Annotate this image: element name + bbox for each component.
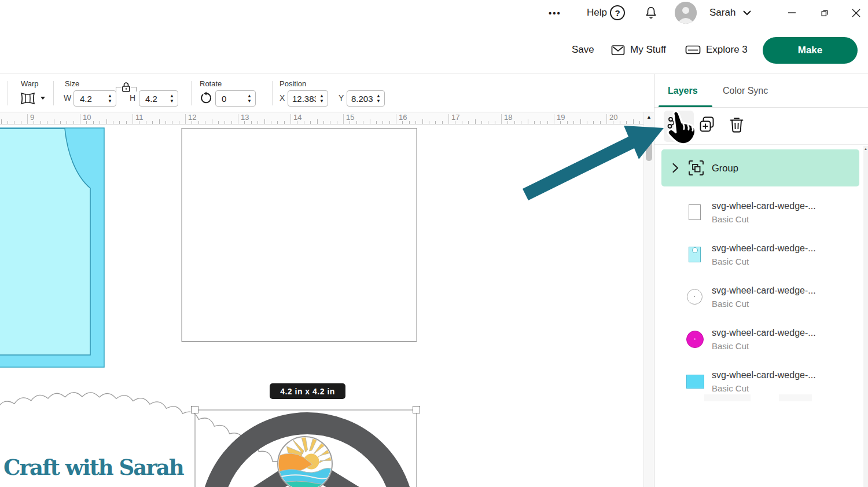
canvas-scrollbar[interactable]: ▲ bbox=[643, 112, 654, 487]
delete-button[interactable] bbox=[729, 116, 746, 133]
scroll-up-icon[interactable]: ▲ bbox=[644, 114, 654, 120]
layer-title: svg-wheel-card-wedge-... bbox=[712, 368, 816, 382]
save-label: Save bbox=[572, 44, 594, 56]
white-square-shape[interactable] bbox=[182, 129, 417, 342]
warp-icon bbox=[20, 91, 47, 106]
make-button[interactable]: Make bbox=[763, 37, 858, 64]
selection-handle-top-right[interactable] bbox=[413, 406, 420, 413]
duplicate-button[interactable] bbox=[698, 116, 716, 133]
warp-button[interactable] bbox=[20, 91, 47, 108]
divider bbox=[53, 81, 54, 105]
envelope-icon bbox=[611, 43, 625, 56]
wheel-card-design[interactable] bbox=[211, 423, 404, 487]
edit-toolbar: Warp Size W ▲▼ H ▲▼ Rotate ▲▼ Po bbox=[0, 74, 654, 112]
layer-tools-row bbox=[654, 108, 868, 145]
rotate-button[interactable] bbox=[199, 91, 213, 108]
rotate-stepper[interactable]: ▲▼ bbox=[247, 93, 252, 104]
minimize-icon bbox=[788, 9, 796, 17]
trash-icon bbox=[729, 116, 745, 133]
position-y-stepper[interactable]: ▲▼ bbox=[376, 93, 381, 104]
chevron-down-icon[interactable] bbox=[742, 0, 752, 25]
craft-with-sarah-watermark: Craft with Sarah bbox=[3, 455, 183, 480]
height-field[interactable]: ▲▼ bbox=[139, 90, 178, 107]
layer-thumbnail bbox=[686, 373, 704, 390]
lock-icon bbox=[121, 81, 131, 93]
chevron-right-icon[interactable] bbox=[672, 163, 679, 173]
minimize-button[interactable] bbox=[788, 0, 800, 25]
lock-link-right bbox=[131, 87, 137, 91]
selection-handle-top-left[interactable] bbox=[191, 406, 198, 413]
layer-material: Basic Cut bbox=[712, 340, 816, 352]
position-x-field[interactable]: ▲▼ bbox=[288, 90, 328, 107]
rotate-ccw-icon bbox=[199, 91, 213, 105]
height-label: H bbox=[130, 93, 135, 102]
active-tab-underline bbox=[659, 105, 712, 107]
layer-material: Basic Cut bbox=[712, 382, 816, 394]
layer-row[interactable]: svg-wheel-card-wedge-... Basic Cut bbox=[661, 233, 859, 276]
group-label: Group bbox=[712, 163, 738, 174]
position-x-stepper[interactable]: ▲▼ bbox=[319, 93, 325, 104]
divider bbox=[8, 81, 8, 105]
faded-row-remnant bbox=[779, 394, 812, 401]
person-icon bbox=[675, 2, 697, 24]
layer-thumbnail bbox=[686, 288, 704, 306]
y-label: Y bbox=[339, 93, 344, 102]
my-stuff-button[interactable]: My Stuff bbox=[611, 25, 666, 74]
scrollbar-thumb[interactable] bbox=[646, 133, 652, 161]
panel-scrollbar[interactable]: ▲ bbox=[863, 146, 868, 487]
group-row[interactable]: Group bbox=[661, 149, 859, 186]
selection-size-tooltip: 4.2 in x 4.2 in bbox=[270, 383, 345, 399]
close-button[interactable] bbox=[852, 0, 863, 25]
layer-material: Basic Cut bbox=[712, 213, 816, 225]
divider bbox=[272, 81, 273, 105]
user-name[interactable]: Sarah bbox=[709, 0, 735, 25]
layer-row[interactable]: svg-wheel-card-wedge-... Basic Cut bbox=[661, 276, 859, 318]
my-stuff-label: My Stuff bbox=[630, 44, 666, 56]
save-button[interactable]: Save bbox=[572, 25, 594, 74]
width-label: W bbox=[64, 93, 71, 102]
group-icon bbox=[688, 160, 704, 176]
restore-button[interactable] bbox=[821, 0, 832, 25]
rotate-label: Rotate bbox=[200, 79, 222, 88]
bell-icon bbox=[643, 5, 659, 21]
canvas-artwork bbox=[0, 125, 643, 487]
notifications-button[interactable] bbox=[643, 0, 659, 25]
tab-color-sync[interactable]: Color Sync bbox=[723, 74, 768, 108]
layer-row[interactable]: svg-wheel-card-wedge-... Basic Cut bbox=[661, 360, 859, 402]
caret-down-icon bbox=[41, 97, 45, 100]
position-y-field[interactable]: ▲▼ bbox=[347, 90, 385, 107]
position-label: Position bbox=[279, 79, 306, 88]
layers-panel: Layers Color Sync bbox=[654, 74, 868, 487]
panel-scroll-up-icon[interactable]: ▲ bbox=[863, 147, 868, 151]
layer-row[interactable]: svg-wheel-card-wedge-... Basic Cut bbox=[661, 191, 859, 233]
layer-thumbnail bbox=[686, 331, 704, 348]
height-stepper[interactable]: ▲▼ bbox=[169, 93, 175, 104]
more-menu-icon[interactable]: ••• bbox=[549, 0, 561, 25]
tab-layers[interactable]: Layers bbox=[668, 74, 698, 108]
layer-thumbnail bbox=[686, 204, 704, 221]
app-header: Save My Stuff Explore 3 Make bbox=[0, 25, 868, 74]
layer-material: Basic Cut bbox=[712, 298, 816, 310]
duplicate-plus-icon bbox=[698, 116, 716, 133]
sunset-medallion bbox=[277, 434, 337, 487]
design-canvas[interactable]: 4.2 in x 4.2 in Craft with Sarah bbox=[0, 125, 643, 487]
width-field[interactable]: ▲▼ bbox=[73, 90, 116, 107]
width-stepper[interactable]: ▲▼ bbox=[107, 93, 113, 104]
ungroup-button[interactable] bbox=[667, 116, 685, 133]
layer-row[interactable]: svg-wheel-card-wedge-... Basic Cut bbox=[661, 318, 859, 360]
layer-title: svg-wheel-card-wedge-... bbox=[712, 284, 816, 298]
rotate-field[interactable]: ▲▼ bbox=[215, 90, 256, 107]
restore-icon bbox=[821, 9, 829, 17]
help-badge[interactable]: ? bbox=[610, 0, 625, 25]
layer-title: svg-wheel-card-wedge-... bbox=[712, 199, 816, 213]
avatar[interactable] bbox=[675, 2, 697, 24]
layer-title: svg-wheel-card-wedge-... bbox=[712, 326, 816, 340]
explore-machine-button[interactable]: Explore 3 bbox=[685, 25, 748, 74]
explore-label: Explore 3 bbox=[706, 44, 748, 56]
ungroup-nodes-icon bbox=[667, 116, 683, 134]
close-icon bbox=[852, 9, 860, 17]
help-link[interactable]: Help bbox=[587, 0, 607, 25]
question-circle-icon: ? bbox=[610, 5, 625, 20]
layer-material: Basic Cut bbox=[712, 255, 816, 268]
cyan-card-shape[interactable] bbox=[0, 128, 104, 367]
